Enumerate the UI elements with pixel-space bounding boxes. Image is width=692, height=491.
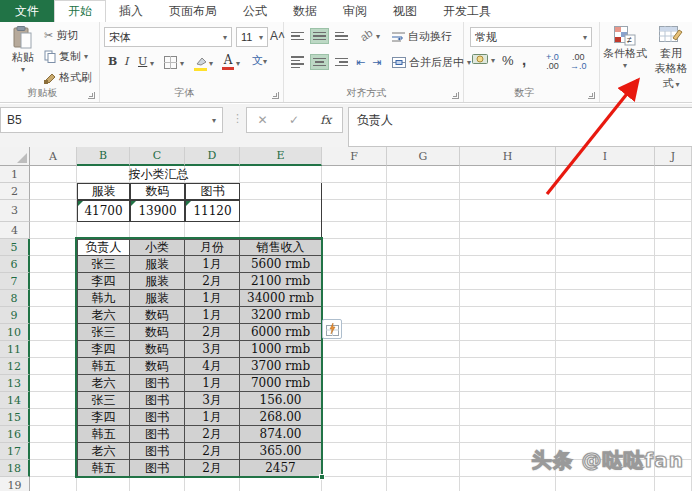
cell-H5[interactable] <box>460 239 556 256</box>
cell-F3[interactable] <box>322 200 387 222</box>
cell-F16[interactable] <box>322 426 387 443</box>
cell-A12[interactable] <box>30 358 77 375</box>
borders-dropdown[interactable]: ▾ <box>180 59 184 68</box>
row-header-4[interactable]: 4 <box>0 222 30 239</box>
table-cell-r11c0[interactable]: 李四 <box>77 341 130 358</box>
cell-F5[interactable] <box>322 239 387 256</box>
table-cell-r7c2[interactable]: 2月 <box>185 273 240 290</box>
cell-I4[interactable] <box>556 222 655 239</box>
table-cell-r11c3[interactable]: 1000 rmb <box>240 341 322 358</box>
underline-dropdown[interactable]: ▾ <box>150 59 154 68</box>
column-header-H[interactable]: H <box>460 147 556 166</box>
fx-icon[interactable]: fx <box>320 113 331 127</box>
font-dialog-launcher[interactable] <box>272 92 279 99</box>
font-family-select[interactable]: 宋体▾ <box>104 27 232 47</box>
cell-H9[interactable] <box>460 307 556 324</box>
cell-G14[interactable] <box>387 392 460 409</box>
currency-button[interactable]: ▾ <box>472 54 495 66</box>
tab-developer[interactable]: 开发工具 <box>430 0 504 22</box>
cell-H11[interactable] <box>460 341 556 358</box>
table-cell-r15c0[interactable]: 李四 <box>77 409 130 426</box>
table-cell-r12c0[interactable]: 韩五 <box>77 358 130 375</box>
name-box[interactable]: B5 ▾ <box>0 107 223 133</box>
cell-A6[interactable] <box>30 256 77 273</box>
tab-file[interactable]: 文件 <box>0 0 54 22</box>
cell-H10[interactable] <box>460 324 556 341</box>
cell-F18[interactable] <box>322 460 387 477</box>
cell-J3[interactable] <box>655 200 692 222</box>
table-cell-r6c3[interactable]: 5600 rmb <box>240 256 322 273</box>
table-cell-r17c1[interactable]: 图书 <box>130 443 185 460</box>
cell-J6[interactable] <box>655 256 692 273</box>
cell-A15[interactable] <box>30 409 77 426</box>
table-cell-r11c2[interactable]: 3月 <box>185 341 240 358</box>
cell-G9[interactable] <box>387 307 460 324</box>
table-cell-r17c0[interactable]: 老六 <box>77 443 130 460</box>
cell-I19[interactable] <box>556 477 655 491</box>
table-cell-r16c2[interactable]: 2月 <box>185 426 240 443</box>
summary-value-1[interactable]: 13900 <box>130 200 185 222</box>
table-cell-r9c2[interactable]: 1月 <box>185 307 240 324</box>
tab-review[interactable]: 审阅 <box>330 0 380 22</box>
cell-G15[interactable] <box>387 409 460 426</box>
row-header-19[interactable]: 19 <box>0 477 30 491</box>
table-cell-r18c2[interactable]: 2月 <box>185 460 240 477</box>
align-left-button[interactable] <box>288 54 307 70</box>
table-cell-r7c0[interactable]: 李四 <box>77 273 130 290</box>
cell-A3[interactable] <box>30 200 77 222</box>
cell-I6[interactable] <box>556 256 655 273</box>
cell-I12[interactable] <box>556 358 655 375</box>
table-header-负责人[interactable]: 负责人 <box>77 239 130 256</box>
cell-I5[interactable] <box>556 239 655 256</box>
cell-A14[interactable] <box>30 392 77 409</box>
row-header-18[interactable]: 18 <box>0 460 30 477</box>
table-cell-r10c3[interactable]: 6000 rmb <box>240 324 322 341</box>
table-cell-r10c1[interactable]: 数码 <box>130 324 185 341</box>
cell-G16[interactable] <box>387 426 460 443</box>
cut-button[interactable]: ✂剪切 <box>44 28 78 43</box>
column-header-E[interactable]: E <box>240 147 322 166</box>
cell-F4[interactable] <box>322 222 387 239</box>
summary-value-2[interactable]: 11120 <box>185 200 240 222</box>
cell-A13[interactable] <box>30 375 77 392</box>
cell-I15[interactable] <box>556 409 655 426</box>
column-header-D[interactable]: D <box>185 147 240 166</box>
cell-I3[interactable] <box>556 200 655 222</box>
table-cell-r13c0[interactable]: 老六 <box>77 375 130 392</box>
table-cell-r13c3[interactable]: 7000 rmb <box>240 375 322 392</box>
column-header-G[interactable]: G <box>387 147 460 166</box>
cell-I16[interactable] <box>556 426 655 443</box>
cell-J9[interactable] <box>655 307 692 324</box>
cell-J13[interactable] <box>655 375 692 392</box>
align-top-button[interactable] <box>288 28 307 44</box>
cell-D19[interactable] <box>185 477 240 491</box>
fill-color-dropdown[interactable]: ▾ <box>209 59 213 68</box>
cell-F19[interactable] <box>322 477 387 491</box>
conditional-formatting-button[interactable]: ≠ 条件格式 ▾ <box>602 26 648 70</box>
table-header-月份[interactable]: 月份 <box>185 239 240 256</box>
row-header-7[interactable]: 7 <box>0 273 30 290</box>
row-header-11[interactable]: 11 <box>0 341 30 358</box>
summary-header-服装[interactable]: 服装 <box>77 183 130 200</box>
cell-H2[interactable] <box>460 183 556 200</box>
summary-header-图书[interactable]: 图书 <box>185 183 240 200</box>
table-cell-r8c1[interactable]: 服装 <box>130 290 185 307</box>
cell-A4[interactable] <box>30 222 77 239</box>
increase-indent-button[interactable]: ⇥ <box>372 56 381 69</box>
cell-F1[interactable] <box>322 166 387 183</box>
column-header-J[interactable]: J <box>655 147 692 166</box>
alignment-dialog-launcher[interactable] <box>452 92 459 99</box>
column-header-B[interactable]: B <box>77 147 130 166</box>
cell-F2[interactable] <box>322 183 387 200</box>
table-cell-r13c2[interactable]: 1月 <box>185 375 240 392</box>
table-header-销售收入[interactable]: 销售收入 <box>240 239 322 256</box>
cell-G13[interactable] <box>387 375 460 392</box>
cell-I2[interactable] <box>556 183 655 200</box>
cell-H19[interactable] <box>460 477 556 491</box>
summary-header-数码[interactable]: 数码 <box>130 183 185 200</box>
tab-insert[interactable]: 插入 <box>106 0 156 22</box>
cell-H13[interactable] <box>460 375 556 392</box>
format-as-table-button[interactable]: 套用 表格格式 ▾ <box>650 26 692 91</box>
grow-font-button[interactable]: A˄ <box>270 29 285 43</box>
copy-button[interactable]: 复制▾ <box>44 49 88 64</box>
